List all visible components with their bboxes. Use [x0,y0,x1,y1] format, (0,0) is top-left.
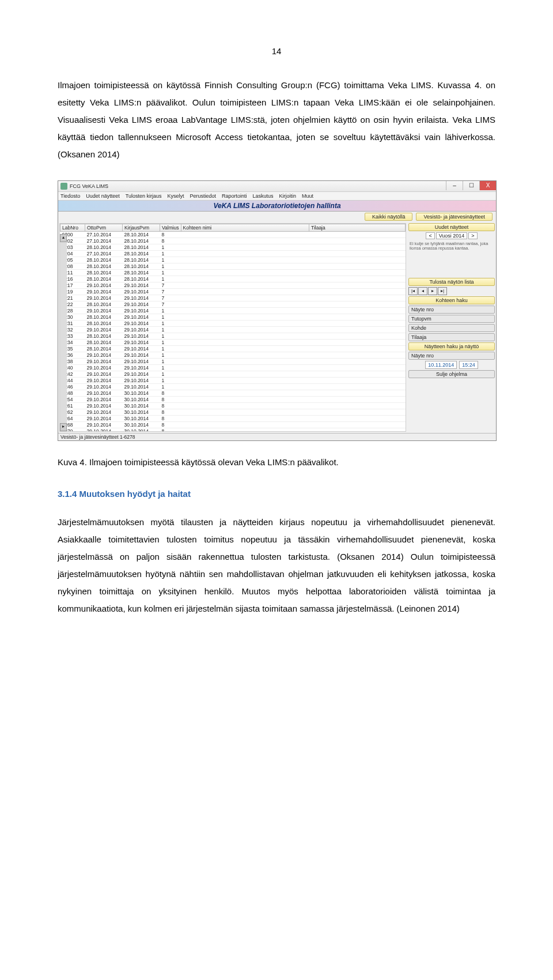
figure-caption: Kuva 4. Ilmajoen toimipisteessä käytössä… [58,457,495,467]
table-row[interactable]: 623528.10.201429.10.20141 [60,346,406,352]
section-heading: 3.1.4 Muutoksen hyödyt ja haitat [58,489,495,499]
page-number: 14 [58,46,495,56]
menu-raportointi[interactable]: Raportointi [222,193,247,199]
table-row[interactable]: 620227.10.201428.10.20148 [60,238,406,244]
nav-last-icon[interactable]: ▸| [438,287,447,295]
table-row[interactable]: 623128.10.201429.10.20141 [60,321,406,327]
table-row[interactable]: 621929.10.201429.10.20147 [60,289,406,295]
table-row[interactable]: 624629.10.201429.10.20141 [60,384,406,390]
table-row[interactable]: 626829.10.201430.10.20148 [60,422,406,428]
field-tilaaja[interactable]: Tilaaja [408,333,495,341]
table-row[interactable]: 626129.10.201430.10.20148 [60,403,406,409]
year-prev-button[interactable]: < [426,232,434,239]
datetime: 10.11.2014 15:24 [408,361,495,369]
year-nav: < Vuosi 2014 > [408,232,495,239]
sample-search-header: Näytteen haku ja näyttö [408,342,495,350]
sample-table[interactable]: LabNro OttoPvm KirjausPvm Valmius Kohtee… [59,223,406,432]
table-row[interactable]: 623028.10.201429.10.20141 [60,314,406,321]
menu-uudet-naytteet[interactable]: Uudet näytteet [86,193,120,199]
col-labnro[interactable]: LabNro [60,224,85,232]
header-band: VeKA LIMS Laboratoriotietojen hallinta [58,201,496,212]
search-header: Kohteen haku [408,296,495,304]
menu-tulosten-kirjaus[interactable]: Tulosten kirjaus [126,193,162,199]
field-kohde[interactable]: Kohde [408,324,495,332]
nav-prev-icon[interactable]: ◂ [418,287,427,295]
col-kohde[interactable]: Kohteen nimi [181,224,309,232]
table-row[interactable]: 622129.10.201429.10.20147 [60,295,406,301]
table-row[interactable]: 623229.10.201429.10.20141 [60,327,406,333]
record-nav: |◂ ◂ ▸ ▸| [408,287,495,295]
col-tilaaja[interactable]: Tilaaja [309,224,406,232]
maximize-button[interactable]: ☐ [463,181,479,190]
table-row[interactable]: 620328.10.201428.10.20141 [60,244,406,251]
minimize-button[interactable]: – [446,181,463,190]
side-panel: Uudet näytteet < Vuosi 2014 > Ei kulje s… [407,222,496,433]
col-ottopvm[interactable]: OttoPvm [85,224,123,232]
new-samples-button[interactable]: Uudet näytteet [408,223,495,231]
table-row[interactable]: 621628.10.201428.10.20141 [60,276,406,282]
table-row[interactable]: 624429.10.201429.10.20141 [60,378,406,384]
table-row[interactable]: 623629.10.201429.10.20141 [60,352,406,359]
table-row[interactable]: 626429.10.201430.10.20148 [60,416,406,422]
field-tutopvm[interactable]: Tutopvm [408,315,495,323]
scroll-up-icon[interactable]: ▴ [60,234,67,242]
nav-first-icon[interactable]: |◂ [408,287,418,295]
table-row[interactable]: 622228.10.201429.10.20147 [60,301,406,308]
table-row[interactable]: 620528.10.201428.10.20141 [60,257,406,263]
field-nayte-nro-2[interactable]: Näyte nro [408,352,495,360]
table-row[interactable]: 623829.10.201429.10.20141 [60,359,406,365]
scrollbar[interactable]: ▴ ▸ [60,234,67,431]
table-row[interactable]: 624829.10.201430.10.20148 [60,390,406,397]
paragraph-2: Järjestelmämuutoksen myötä tilausten ja … [58,514,495,617]
nav-next-icon[interactable]: ▸ [428,287,437,295]
side-note: Ei kulje se tyhjänä maailman rantaa, jok… [408,240,495,252]
table-row[interactable]: 620027.10.201428.10.20148 [60,232,406,238]
menu-kyselyt[interactable]: Kyselyt [167,193,184,199]
field-nayte-nro[interactable]: Näyte nro [408,306,495,314]
table-row[interactable]: 624229.10.201429.10.20141 [60,371,406,378]
table-row[interactable]: 621729.10.201429.10.20147 [60,282,406,289]
menu-muut[interactable]: Muut [302,193,313,199]
table-row[interactable]: 621128.10.201428.10.20141 [60,270,406,276]
tab-water-samples[interactable]: Vesistö- ja jätevesinäytteet [416,213,493,221]
year-label: Vuosi 2014 [436,232,468,239]
table-row[interactable]: 626229.10.201430.10.20148 [60,409,406,416]
figure-4: FCG VeKA LIMS – ☐ X Tiedosto Uudet näytt… [58,180,495,441]
top-tabs: Kaikki näytöllä Vesistö- ja jätevesinäyt… [58,212,496,222]
tab-all[interactable]: Kaikki näytöllä [365,213,413,221]
statusbar: Vesistö- ja jätevesinäytteet 1-6278 [58,433,496,440]
current-date: 10.11.2014 [425,361,457,369]
close-button[interactable]: X [479,181,496,190]
table-row[interactable]: 620427.10.201428.10.20141 [60,251,406,257]
menu-tiedosto[interactable]: Tiedosto [60,193,80,199]
menu-perustiedot[interactable]: Perustiedot [190,193,216,199]
titlebar: FCG VeKA LIMS – ☐ X [58,181,496,192]
table-row[interactable]: 627029.10.201430.10.20148 [60,428,406,432]
year-next-button[interactable]: > [468,232,477,239]
table-row[interactable]: 623428.10.201429.10.20141 [60,340,406,346]
print-list-button[interactable]: Tulosta näytön lista [408,278,495,286]
menu-laskutus[interactable]: Laskutus [253,193,274,199]
menubar: Tiedosto Uudet näytteet Tulosten kirjaus… [58,192,496,201]
app-window: FCG VeKA LIMS – ☐ X Tiedosto Uudet näytt… [58,180,497,441]
paragraph-1: Ilmajoen toimipisteessä on käytössä Finn… [58,77,495,163]
app-icon [60,183,67,190]
table-row[interactable]: 622829.10.201429.10.20141 [60,308,406,314]
menu-kirjoitin[interactable]: Kirjoitin [279,193,297,199]
col-kirjauspvm[interactable]: KirjausPvm [123,224,160,232]
table-row[interactable]: 624029.10.201429.10.20141 [60,365,406,371]
table-row[interactable]: 623328.10.201429.10.20141 [60,333,406,340]
table-row[interactable]: 620828.10.201428.10.20141 [60,263,406,270]
scroll-down-icon[interactable]: ▸ [60,423,67,431]
table-row[interactable]: 625429.10.201430.10.20148 [60,397,406,403]
close-program-button[interactable]: Sulje ohjelma [408,370,495,378]
window-title: FCG VeKA LIMS [70,183,108,189]
current-time: 15:24 [459,361,478,369]
col-valmius[interactable]: Valmius [160,224,181,232]
